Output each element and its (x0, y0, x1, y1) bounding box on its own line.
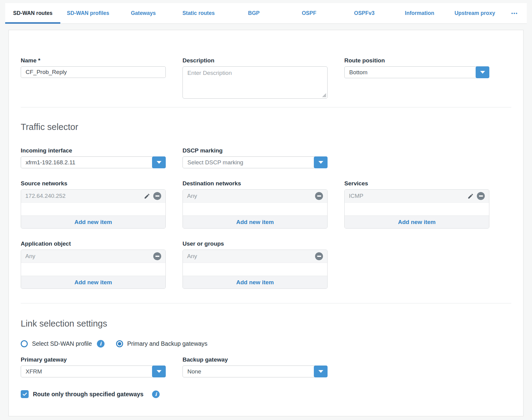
radio-primary-backup-gateways[interactable]: Primary and Backup gateways (116, 340, 207, 347)
name-label: Name * (21, 57, 166, 64)
destination-networks-add-button[interactable]: Add new item (183, 215, 327, 228)
add-new-item-label: Add new item (74, 279, 112, 286)
description-textarea[interactable] (183, 66, 328, 99)
source-networks-label: Source networks (21, 180, 166, 187)
list-item: Any (21, 250, 165, 263)
edit-pencil-icon[interactable] (467, 193, 474, 199)
dscp-marking-label: DSCP marking (183, 147, 328, 154)
tab-ospfv3[interactable]: OSPFv3 (337, 3, 392, 23)
check-icon (22, 392, 27, 397)
tab-static-routes[interactable]: Static routes (171, 3, 226, 23)
list-item-text: 172.64.240.252 (25, 193, 144, 199)
user-or-groups-label: User or groups (183, 240, 328, 247)
destination-networks-group: Destination networks Any Add new item (183, 180, 328, 229)
name-input[interactable] (21, 66, 166, 78)
user-or-groups-add-button[interactable]: Add new item (183, 276, 327, 289)
primary-gateway-dropdown-button[interactable] (152, 366, 166, 377)
add-new-item-label: Add new item (74, 219, 112, 226)
user-or-groups-listbox: Any Add new item (183, 250, 328, 289)
section-divider (21, 107, 511, 107)
primary-gateway-label: Primary gateway (21, 356, 166, 363)
edit-pencil-icon[interactable] (144, 193, 150, 199)
source-networks-listbox: 172.64.240.252 Add new item (21, 189, 166, 229)
remove-minus-icon[interactable] (477, 192, 485, 200)
route-edit-panel: Name * Description Route position Bott (9, 30, 523, 416)
user-or-groups-group: User or groups Any Add new item (183, 240, 328, 289)
dscp-field-group: DSCP marking Select DSCP marking (183, 147, 328, 168)
tab-ospf[interactable]: OSPF (282, 3, 337, 23)
incoming-interface-select[interactable]: xfrm1-192.168.2.11 (21, 156, 166, 168)
backup-gateway-label: Backup gateway (183, 356, 328, 363)
tab-sdwan-profiles[interactable]: SD-WAN profiles (60, 3, 115, 23)
source-networks-add-button[interactable]: Add new item (21, 215, 165, 228)
tab-label: BGP (248, 10, 260, 16)
description-label: Description (183, 57, 328, 64)
tab-label: Upstream proxy (455, 10, 495, 16)
info-icon[interactable]: i (152, 390, 160, 398)
remove-minus-icon[interactable] (153, 252, 161, 260)
application-object-label: Application object (21, 240, 166, 247)
remove-minus-icon[interactable] (315, 192, 323, 200)
remove-minus-icon[interactable] (315, 252, 323, 260)
add-new-item-label: Add new item (236, 279, 274, 286)
primary-gateway-field-group: Primary gateway XFRM (21, 356, 166, 377)
name-field-group: Name * (21, 57, 166, 78)
route-position-label: Route position (344, 57, 489, 64)
services-listbox: ICMP Add new item (344, 189, 489, 229)
chevron-down-icon (157, 370, 161, 373)
incoming-interface-label: Incoming interface (21, 147, 166, 154)
incoming-interface-value: xfrm1-192.168.2.11 (21, 159, 92, 166)
dscp-marking-dropdown-button[interactable] (314, 156, 328, 168)
list-item: Any (183, 190, 327, 203)
route-position-field-group: Route position Bottom (344, 57, 489, 78)
services-add-button[interactable]: Add new item (345, 215, 489, 228)
description-field-group: Description (183, 57, 328, 99)
tab-label: SD-WAN profiles (67, 10, 109, 16)
list-item: ICMP (345, 190, 489, 203)
tabs-more-ellipsis-icon[interactable]: ••• (502, 3, 527, 23)
radio-icon (116, 340, 123, 347)
application-object-group: Application object Any Add new item (21, 240, 166, 289)
backup-gateway-select[interactable]: None (183, 366, 328, 377)
list-empty-area (183, 203, 327, 215)
chevron-down-icon (157, 161, 161, 164)
route-only-checkbox-label: Route only through specified gateways (33, 391, 144, 398)
dscp-marking-value: Select DSCP marking (183, 159, 260, 166)
tab-bgp[interactable]: BGP (226, 3, 281, 23)
backup-gateway-field-group: Backup gateway None (183, 356, 328, 377)
remove-minus-icon[interactable] (153, 192, 161, 200)
tab-sdwan-routes[interactable]: SD-WAN routes (5, 3, 60, 23)
route-position-dropdown-button[interactable] (476, 66, 489, 78)
destination-networks-label: Destination networks (183, 180, 328, 187)
traffic-selector-title: Traffic selector (21, 121, 511, 132)
tab-upstream-proxy[interactable]: Upstream proxy (447, 3, 502, 23)
tab-information[interactable]: Information (392, 3, 447, 23)
info-icon[interactable]: i (97, 340, 105, 348)
list-item-text: Any (187, 193, 315, 199)
chevron-down-icon (318, 370, 323, 373)
tab-label: OSPF (302, 10, 316, 16)
services-label: Services (344, 180, 489, 187)
source-networks-group: Source networks 172.64.240.252 Add new i… (21, 180, 166, 229)
chevron-down-icon (318, 161, 323, 164)
application-object-add-button[interactable]: Add new item (21, 276, 165, 289)
list-item-text: ICMP (349, 193, 467, 199)
tab-label: Gateways (131, 10, 156, 16)
radio-select-sdwan-profile[interactable]: Select SD-WAN profile (21, 340, 92, 347)
tab-gateways[interactable]: Gateways (116, 3, 171, 23)
route-only-checkbox[interactable] (21, 390, 29, 398)
list-empty-area (21, 203, 165, 215)
backup-gateway-value: None (183, 368, 218, 375)
list-item: Any (183, 250, 327, 263)
radio-icon (21, 340, 28, 347)
list-empty-area (21, 263, 165, 276)
route-position-select[interactable]: Bottom (344, 66, 489, 78)
tab-label: OSPFv3 (354, 10, 374, 16)
backup-gateway-dropdown-button[interactable] (314, 366, 328, 377)
tab-label: SD-WAN routes (13, 10, 52, 16)
incoming-interface-dropdown-button[interactable] (152, 156, 166, 168)
tab-label: Information (405, 10, 434, 16)
services-group: Services ICMP Add new item (344, 180, 489, 229)
dscp-marking-select[interactable]: Select DSCP marking (183, 156, 328, 168)
primary-gateway-select[interactable]: XFRM (21, 366, 166, 377)
